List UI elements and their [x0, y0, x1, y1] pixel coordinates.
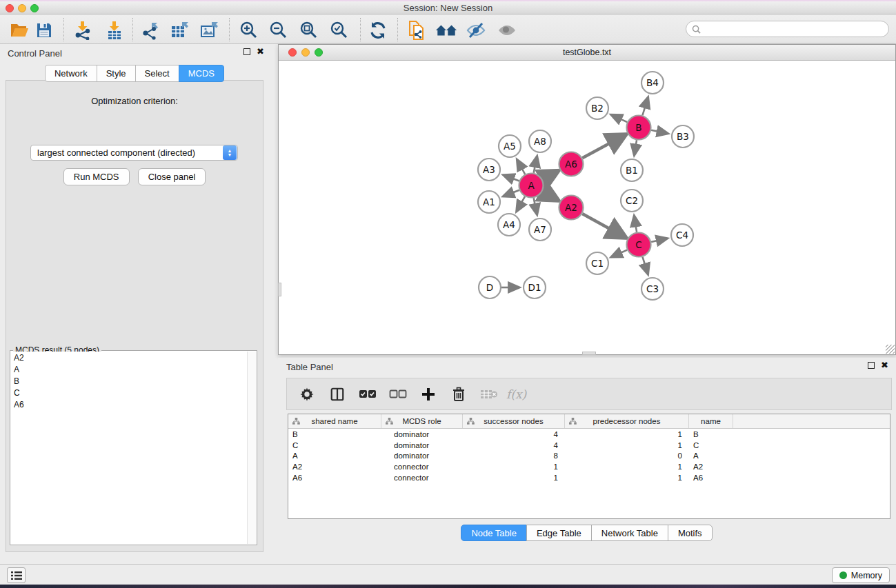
- graph-node-A2[interactable]: A2: [559, 196, 584, 220]
- memory-button[interactable]: Memory: [832, 567, 890, 583]
- graph-node-A3[interactable]: A3: [478, 159, 500, 181]
- optimization-criterion-dropdown[interactable]: largest connected component (directed) ▲…: [30, 145, 238, 161]
- zoom-fit-icon[interactable]: [298, 19, 320, 41]
- graph-edge[interactable]: [611, 114, 627, 122]
- zoom-in-icon[interactable]: [238, 19, 260, 41]
- result-list-item[interactable]: A: [11, 363, 247, 375]
- result-scrollbar[interactable]: [247, 352, 256, 544]
- tab-network[interactable]: Network: [45, 65, 97, 82]
- graph-node-D[interactable]: D: [479, 276, 501, 298]
- table-row[interactable]: Adominator80A: [288, 451, 890, 462]
- graph-node-B3[interactable]: B3: [672, 125, 694, 148]
- search-field[interactable]: [686, 21, 889, 37]
- network-graph[interactable]: AA1A2A3A4A5A6A7A8BB1B2B3B4CC1C2C3C4DD1: [279, 61, 895, 354]
- columns-icon[interactable]: [327, 384, 348, 405]
- graph-edge[interactable]: [534, 156, 537, 173]
- export-image-icon[interactable]: [199, 19, 221, 41]
- deselect-all-icon[interactable]: [388, 384, 408, 405]
- graph-node-B[interactable]: B: [627, 116, 651, 140]
- mcds-result-list[interactable]: A2ABCA6: [11, 352, 247, 544]
- result-list-item[interactable]: B: [11, 375, 247, 387]
- column-header-shared-name[interactable]: shared name: [288, 414, 381, 428]
- delete-table-icon[interactable]: [479, 384, 499, 405]
- save-session-icon[interactable]: [33, 19, 55, 41]
- graph-edge[interactable]: [643, 257, 648, 274]
- table-row[interactable]: A2connector11A2: [288, 461, 890, 472]
- graph-node-A7[interactable]: A7: [529, 219, 551, 241]
- function-builder-icon[interactable]: f(x): [506, 387, 526, 401]
- graph-node-B2[interactable]: B2: [586, 97, 608, 119]
- close-panel-icon[interactable]: ✖: [257, 48, 264, 55]
- graph-node-B4[interactable]: B4: [641, 72, 664, 94]
- tab-style[interactable]: Style: [97, 65, 136, 82]
- tab-select[interactable]: Select: [135, 65, 179, 82]
- table-row[interactable]: A6connector11A6: [288, 472, 890, 483]
- graph-node-C4[interactable]: C4: [671, 224, 693, 246]
- result-list-item[interactable]: A2: [11, 352, 247, 363]
- table-row[interactable]: Bdominator41B: [288, 429, 890, 440]
- splitter-handle[interactable]: [278, 283, 281, 296]
- export-table-icon[interactable]: [169, 19, 191, 41]
- graph-edge[interactable]: [534, 198, 537, 214]
- graph-edge[interactable]: [504, 175, 519, 181]
- result-list-item[interactable]: C: [11, 387, 247, 398]
- column-header-successor-nodes[interactable]: successor nodes: [463, 414, 565, 428]
- tab-node-table[interactable]: Node Table: [461, 525, 527, 541]
- search-input[interactable]: [701, 22, 888, 36]
- graph-edge[interactable]: [517, 196, 525, 212]
- graph-node-A4[interactable]: A4: [498, 214, 520, 236]
- column-header-mcds-role[interactable]: MCDS role: [381, 414, 463, 428]
- clone-network-icon[interactable]: [406, 19, 428, 41]
- open-file-icon[interactable]: [8, 19, 30, 41]
- graph-edge[interactable]: [542, 192, 557, 200]
- graph-edge[interactable]: [582, 135, 624, 158]
- column-header-name[interactable]: name: [689, 414, 733, 428]
- select-all-icon[interactable]: [357, 384, 378, 405]
- close-panel-icon[interactable]: ✖: [881, 362, 888, 369]
- graph-node-C1[interactable]: C1: [586, 252, 608, 274]
- graph-node-D1[interactable]: D1: [524, 276, 546, 298]
- import-table-icon[interactable]: [103, 19, 126, 41]
- zoom-out-icon[interactable]: [268, 19, 290, 41]
- resize-grip[interactable]: [886, 345, 895, 354]
- delete-column-icon[interactable]: [448, 384, 469, 405]
- hide-details-icon[interactable]: [465, 19, 487, 41]
- graph-edge[interactable]: [503, 190, 519, 196]
- graph-edge[interactable]: [517, 159, 526, 174]
- graph-edge[interactable]: [635, 140, 637, 155]
- refresh-layout-icon[interactable]: [367, 19, 389, 41]
- graph-node-A8[interactable]: A8: [529, 130, 551, 152]
- graph-edge[interactable]: [634, 216, 637, 232]
- run-mcds-button[interactable]: Run MCDS: [63, 168, 130, 185]
- tab-motifs[interactable]: Motifs: [668, 525, 713, 541]
- graph-node-C3[interactable]: C3: [641, 278, 664, 300]
- task-history-button[interactable]: [7, 567, 26, 583]
- graph-edge[interactable]: [611, 250, 627, 257]
- graph-node-A1[interactable]: A1: [478, 191, 500, 213]
- result-list-item[interactable]: A6: [11, 398, 247, 410]
- graph-edge[interactable]: [582, 214, 624, 237]
- graph-node-C[interactable]: C: [627, 233, 651, 257]
- column-header-predecessor-nodes[interactable]: predecessor nodes: [565, 414, 689, 428]
- graph-edge[interactable]: [542, 172, 557, 179]
- tab-network-table[interactable]: Network Table: [591, 525, 668, 541]
- export-network-icon[interactable]: [139, 19, 161, 41]
- splitter-handle[interactable]: [582, 352, 596, 355]
- graph-edge[interactable]: [651, 130, 668, 134]
- show-details-icon[interactable]: [496, 19, 518, 41]
- home-layout-icon[interactable]: [435, 19, 457, 41]
- add-column-icon[interactable]: [418, 384, 439, 405]
- network-window-titlebar[interactable]: testGlobe.txt: [279, 45, 895, 61]
- graph-edge[interactable]: [642, 97, 648, 115]
- gear-icon[interactable]: [297, 384, 317, 405]
- network-canvas[interactable]: AA1A2A3A4A5A6A7A8BB1B2B3B4CC1C2C3C4DD1: [279, 61, 895, 354]
- graph-node-A6[interactable]: A6: [559, 152, 584, 176]
- float-panel-icon[interactable]: [243, 48, 250, 55]
- close-panel-button[interactable]: Close panel: [138, 168, 206, 185]
- graph-node-A5[interactable]: A5: [499, 135, 521, 157]
- float-panel-icon[interactable]: [868, 362, 875, 369]
- tab-mcds[interactable]: MCDS: [179, 65, 224, 82]
- table-row[interactable]: Cdominator41C: [288, 440, 890, 451]
- tab-edge-table[interactable]: Edge Table: [526, 525, 592, 541]
- graph-node-C2[interactable]: C2: [621, 190, 643, 212]
